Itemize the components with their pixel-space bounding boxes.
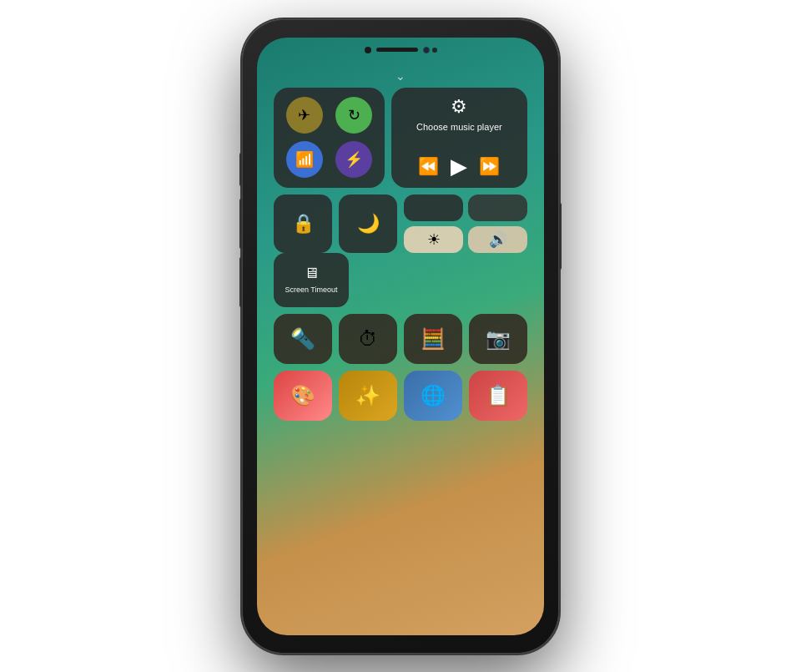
slider-cell-1 [404, 195, 463, 221]
screen-timeout-row: 🖥 Screen Timeout [274, 253, 527, 307]
flashlight-icon: 🔦 [290, 327, 315, 351]
rewind-button[interactable]: ⏪ [418, 156, 439, 176]
brightness-icon: ☀ [427, 230, 441, 249]
slider-cell-2 [468, 195, 527, 221]
calculator-icon: 🧮 [421, 327, 446, 351]
app4-icon: 📋 [486, 384, 511, 407]
forward-button[interactable]: ⏩ [479, 156, 500, 176]
app3-button[interactable]: 🌐 [404, 371, 462, 421]
speaker-bar [376, 48, 418, 52]
spacer [355, 253, 527, 307]
front-camera-dot [423, 47, 430, 53]
timer-button[interactable]: ⏱ [339, 314, 397, 364]
control-center: ✈ ↻ 📶 ⚡ [274, 88, 527, 619]
timer-icon: ⏱ [358, 327, 378, 351]
rotation-lock-button[interactable]: ↻ [335, 97, 372, 134]
lock-icon: 🔒 [292, 213, 315, 235]
airplane-icon: ✈ [298, 106, 310, 124]
chevron-indicator: ⌄ [395, 69, 406, 83]
screen-timeout-icon: 🖥 [304, 265, 319, 282]
settings-icon[interactable]: ⚙ [451, 96, 467, 118]
screen-timeout-label: Screen Timeout [285, 285, 337, 296]
volume-up-button[interactable] [239, 199, 242, 249]
volume-slider[interactable]: 🔊 [468, 226, 527, 253]
bluetooth-icon: ⚡ [345, 150, 363, 169]
do-not-disturb-panel[interactable]: 🌙 [339, 195, 397, 253]
choose-music-label: Choose music player [416, 121, 502, 133]
screen-timeout-button[interactable]: 🖥 Screen Timeout [274, 253, 349, 307]
flashlight-button[interactable]: 🔦 [274, 314, 332, 364]
front-camera-area [365, 47, 437, 53]
volume-down-button[interactable] [239, 257, 242, 307]
screen: ⌄ ✈ ↻ 📶 [257, 38, 544, 635]
connectivity-panel: ✈ ↻ 📶 ⚡ [274, 88, 385, 188]
camera-icon: 📷 [486, 327, 511, 351]
app4-button[interactable]: 📋 [469, 371, 527, 421]
play-button[interactable]: ▶ [451, 154, 467, 179]
app1-icon: 🎨 [290, 384, 315, 407]
wifi-icon: 📶 [295, 150, 314, 169]
sensor-dot [365, 47, 371, 53]
notch-bar [257, 38, 544, 63]
camera-button[interactable]: 📷 [469, 314, 527, 364]
bottom-icon-row-1: 🔦 ⏱ 🧮 📷 [274, 314, 527, 364]
music-player-top: ⚙ Choose music player [416, 96, 502, 133]
volume-icon: 🔊 [489, 230, 507, 249]
music-player-panel: ⚙ Choose music player ⏪ ▶ ⏩ [391, 88, 527, 188]
app1-button[interactable]: 🎨 [274, 371, 332, 421]
front-sensor-dot [432, 48, 437, 53]
top-row: ✈ ↻ 📶 ⚡ [274, 88, 527, 188]
calculator-button[interactable]: 🧮 [404, 314, 462, 364]
app2-icon: ✨ [355, 384, 380, 407]
second-row: 🔒 🌙 ☀ 🔊 [274, 195, 527, 253]
bottom-icon-row-2: 🎨 ✨ 🌐 📋 [274, 371, 527, 421]
phone-body: ⌄ ✈ ↻ 📶 [242, 19, 559, 654]
bluetooth-button[interactable]: ⚡ [335, 141, 372, 178]
brightness-slider[interactable]: ☀ [404, 226, 463, 253]
app2-button[interactable]: ✨ [339, 371, 397, 421]
rotation-lock-panel[interactable]: 🔒 [274, 195, 332, 253]
wifi-button[interactable]: 📶 [286, 141, 323, 178]
slider-grid: ☀ 🔊 [404, 195, 527, 253]
power-button[interactable] [559, 203, 562, 270]
phone-frame: ⌄ ✈ ↻ 📶 [242, 19, 559, 654]
mute-button[interactable] [239, 153, 242, 186]
camera-right [423, 47, 437, 53]
rotation-icon: ↻ [348, 106, 360, 124]
music-controls: ⏪ ▶ ⏩ [418, 154, 500, 179]
airplane-mode-button[interactable]: ✈ [286, 97, 323, 134]
app3-icon: 🌐 [421, 384, 446, 407]
moon-icon: 🌙 [357, 213, 380, 235]
